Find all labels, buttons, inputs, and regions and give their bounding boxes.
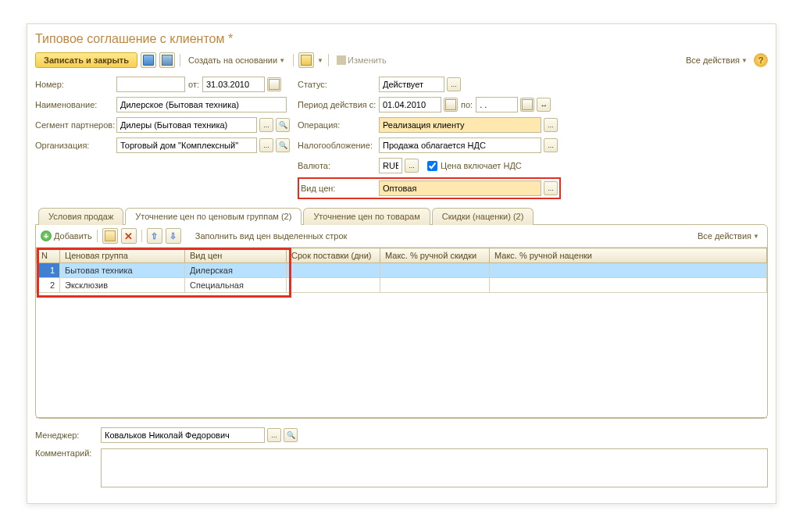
period-to-label: по: <box>461 100 473 109</box>
all-actions-button[interactable]: Все действия▼ <box>683 54 751 66</box>
search-button[interactable]: 🔍 <box>276 138 290 152</box>
edit-button[interactable]: Изменить <box>334 54 390 66</box>
price-incl-vat-checkbox[interactable] <box>427 161 437 171</box>
window: Типовое соглашение с клиентом * Записать… <box>27 23 776 504</box>
tab-panel: +Добавить ✕ ⇧ ⇩ Заполнить вид цен выделе… <box>35 224 768 419</box>
col-max-markup[interactable]: Макс. % ручной наценки <box>490 248 767 263</box>
comment-label: Комментарий: <box>35 448 98 458</box>
delete-row-button[interactable]: ✕ <box>121 228 137 244</box>
add-row-button[interactable]: +Добавить <box>41 230 92 241</box>
number-input[interactable] <box>116 77 185 92</box>
tab-bar: Условия продаж Уточнение цен по ценовым … <box>35 207 768 224</box>
calendar-icon <box>269 79 280 90</box>
calendar-button[interactable] <box>444 98 458 112</box>
grid-empty-area <box>36 293 767 418</box>
move-down-button[interactable]: ⇩ <box>166 228 181 244</box>
search-button[interactable]: 🔍 <box>276 118 290 132</box>
help-button[interactable]: ? <box>754 53 768 67</box>
tax-label: Налогообложение: <box>298 141 376 150</box>
status-label: Статус: <box>298 80 376 89</box>
save-button[interactable] <box>141 52 156 68</box>
select-button[interactable]: ... <box>544 181 558 195</box>
period-to-input[interactable] <box>476 97 518 112</box>
operation-label: Операция: <box>298 120 376 130</box>
tax-input[interactable] <box>379 137 541 153</box>
tab-all-actions-button[interactable]: Все действия▼ <box>694 230 762 242</box>
separator <box>141 230 142 242</box>
search-button[interactable]: 🔍 <box>284 428 298 442</box>
grid-container: N Ценовая группа Вид цен Срок поставки (… <box>36 248 767 418</box>
select-button[interactable]: ... <box>544 118 558 132</box>
select-button[interactable]: ... <box>259 118 273 132</box>
arrow-up-icon: ⇧ <box>151 231 158 241</box>
org-label: Организация: <box>35 141 113 150</box>
col-group[interactable]: Ценовая группа <box>60 248 185 263</box>
period-from-input[interactable] <box>379 97 441 112</box>
name-input[interactable] <box>116 97 287 112</box>
swap-icon: ↔ <box>540 101 548 109</box>
select-button[interactable]: ... <box>267 428 281 442</box>
tab-toolbar: +Добавить ✕ ⇧ ⇩ Заполнить вид цен выделе… <box>36 225 767 248</box>
table-row[interactable]: 2 Эксклюзив Специальная <box>37 278 767 293</box>
edit-icon <box>337 55 346 65</box>
segment-label: Сегмент партнеров: <box>35 120 113 130</box>
list-button[interactable] <box>159 52 175 68</box>
price-type-highlight: Вид цен: ... <box>298 177 561 199</box>
arrow-down-icon: ⇩ <box>170 231 177 241</box>
tab-discounts[interactable]: Скидки (наценки) (2) <box>432 208 534 225</box>
list-icon <box>162 55 173 66</box>
price-type-input[interactable] <box>379 180 541 196</box>
operation-input[interactable] <box>379 117 541 133</box>
col-n[interactable]: N <box>37 248 60 263</box>
select-button[interactable]: ... <box>544 138 558 152</box>
currency-label: Валюта: <box>298 161 376 170</box>
calendar-icon <box>445 99 456 110</box>
move-up-button[interactable]: ⇧ <box>147 228 162 244</box>
form-area: Номер: от: Наименование: Сегмент партнер… <box>35 76 768 199</box>
main-toolbar: Записать и закрыть Создать на основании▼… <box>35 52 768 68</box>
copy-row-button[interactable] <box>102 228 118 244</box>
tab-sales-conditions[interactable]: Условия продаж <box>38 208 123 225</box>
from-date-input[interactable] <box>202 77 265 92</box>
org-input[interactable] <box>116 137 257 153</box>
status-input[interactable] <box>379 77 444 92</box>
delete-icon: ✕ <box>124 230 133 242</box>
separator <box>293 54 294 66</box>
price-incl-vat-label: Цена включает НДС <box>441 161 522 170</box>
gear-icon <box>301 55 312 66</box>
calendar-button[interactable] <box>267 77 281 91</box>
currency-input[interactable] <box>379 158 402 173</box>
col-delivery[interactable]: Срок поставки (дни) <box>287 248 380 263</box>
segment-input[interactable] <box>116 117 257 133</box>
table-row[interactable]: 1 Бытовая техника Дилерская <box>37 263 767 278</box>
select-button[interactable]: ... <box>447 77 461 91</box>
col-price-type[interactable]: Вид цен <box>185 248 287 263</box>
copy-icon <box>105 230 116 241</box>
bottom-form: Менеджер: ...🔍 Комментарий: <box>35 427 768 487</box>
separator <box>180 54 180 66</box>
col-max-discount[interactable]: Макс. % ручной скидки <box>380 248 490 263</box>
fill-price-type-button[interactable]: Заполнить вид цен выделенных строк <box>192 230 351 242</box>
select-button[interactable]: ... <box>405 159 419 173</box>
swap-button[interactable]: ↔ <box>537 98 551 112</box>
period-label: Период действия с: <box>298 100 376 109</box>
chevron-down-icon: ▼ <box>753 233 759 240</box>
select-button[interactable]: ... <box>259 138 273 152</box>
disk-icon <box>143 55 154 66</box>
chevron-down-icon: ▼ <box>317 57 323 64</box>
settings-button[interactable] <box>298 52 314 68</box>
comment-textarea[interactable] <box>101 448 768 487</box>
from-label: от: <box>188 80 199 89</box>
chevron-down-icon: ▼ <box>279 57 285 64</box>
plus-icon: + <box>41 230 52 241</box>
chevron-down-icon: ▼ <box>741 57 748 64</box>
manager-label: Менеджер: <box>35 430 98 440</box>
create-based-button[interactable]: Создать на основании▼ <box>185 54 288 66</box>
save-close-button[interactable]: Записать и закрыть <box>35 52 137 68</box>
tab-price-goods[interactable]: Уточнение цен по товарам <box>303 208 430 225</box>
manager-input[interactable] <box>101 427 265 443</box>
separator <box>97 230 98 242</box>
calendar-icon <box>522 99 533 110</box>
calendar-button[interactable] <box>520 98 534 112</box>
tab-price-groups[interactable]: Уточнение цен по ценовым группам (2) <box>125 208 302 225</box>
